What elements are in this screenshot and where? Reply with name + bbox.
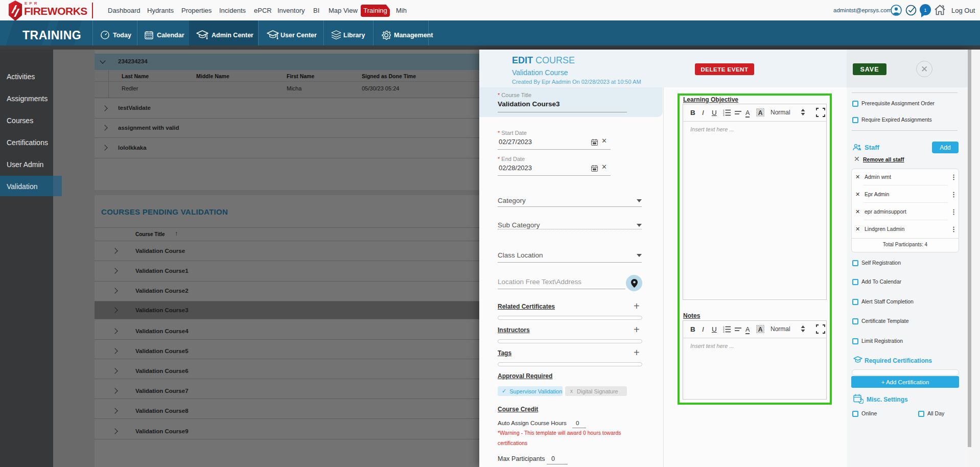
svg-text:A: A [758, 326, 763, 333]
svg-text:3: 3 [723, 331, 725, 333]
svg-text:1: 1 [924, 8, 926, 13]
svg-text:3: 3 [723, 114, 725, 116]
svg-text:A: A [758, 109, 763, 116]
